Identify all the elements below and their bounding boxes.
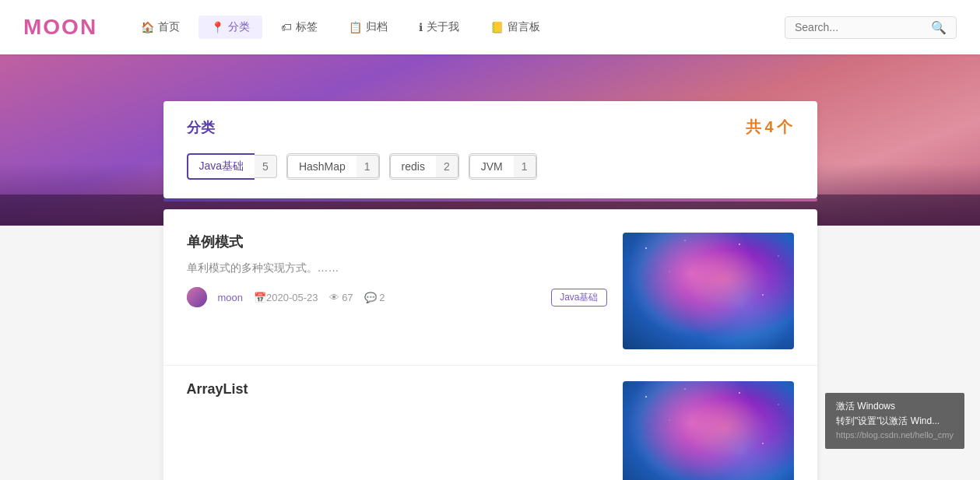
count-number: 4: [764, 118, 773, 135]
nav-items: 🏠首页📍分类🏷标签📋归档ℹ关于我📒留言板: [128, 16, 785, 39]
search-bar[interactable]: 🔍: [785, 16, 957, 39]
cat-tag-java[interactable]: Java基础5: [187, 153, 277, 180]
tag-count-jvm: 1: [514, 155, 536, 178]
archive-nav-label: 归档: [366, 20, 388, 34]
post-thumbnail-image: [623, 381, 794, 480]
post-item: 单例模式 单利模式的多种实现方式。…… moon 📅2020-05-23 👁 6…: [163, 217, 817, 366]
post-title[interactable]: 单例模式: [187, 233, 607, 251]
category-count: 共4个: [744, 117, 793, 138]
category-card: 分类 共4个 Java基础5HashMap1redis2JVM1: [163, 101, 817, 198]
nav-item-home[interactable]: 🏠首页: [128, 16, 192, 39]
post-thumbnail: [623, 233, 794, 349]
post-tag-badge[interactable]: Java基础: [551, 289, 606, 307]
post-thumbnail: [623, 381, 794, 480]
post-content: 单例模式 单利模式的多种实现方式。…… moon 📅2020-05-23 👁 6…: [187, 233, 607, 307]
search-input[interactable]: [795, 21, 931, 33]
posts-card: 单例模式 单利模式的多种实现方式。…… moon 📅2020-05-23 👁 6…: [163, 209, 817, 480]
post-title[interactable]: ArrayList: [187, 381, 607, 398]
search-icon[interactable]: 🔍: [931, 20, 947, 35]
win-line1: 激活 Windows: [836, 399, 954, 414]
post-avatar: [187, 287, 207, 307]
guestbook-nav-icon: 📒: [490, 21, 504, 33]
home-nav-label: 首页: [158, 20, 180, 34]
brand-logo: MOON: [23, 15, 97, 40]
category-header: 分类 共4个: [187, 117, 794, 138]
cat-tag-jvm[interactable]: JVM1: [469, 153, 537, 180]
count-label-post: 个: [777, 118, 792, 135]
about-nav-label: 关于我: [427, 20, 459, 34]
archive-nav-icon: 📋: [349, 21, 362, 33]
cat-tag-redis[interactable]: redis2: [389, 153, 459, 180]
post-date: 📅2020-05-23: [254, 292, 318, 303]
tag-name-redis: redis: [390, 155, 436, 178]
nav-item-category[interactable]: 📍分类: [198, 16, 262, 39]
post-content: ArrayList: [187, 381, 607, 405]
nav-item-archive[interactable]: 📋归档: [336, 16, 400, 39]
category-nav-label: 分类: [228, 20, 250, 34]
category-title: 分类: [187, 118, 215, 137]
card-divider: [163, 198, 817, 201]
guestbook-nav-label: 留言板: [508, 20, 540, 34]
tag-name-java: Java基础: [187, 153, 255, 180]
tag-count-redis: 2: [436, 155, 458, 178]
win-line3: https://blog.csdn.net/hello_cmy: [836, 429, 954, 443]
tag-count-java: 5: [255, 155, 277, 178]
nav-item-about[interactable]: ℹ关于我: [406, 16, 472, 39]
tag-name-hashmap: HashMap: [287, 155, 357, 178]
post-excerpt: 单利模式的多种实现方式。……: [187, 259, 607, 276]
post-views: 👁 67: [329, 292, 353, 303]
post-comments: 💬 2: [364, 292, 385, 303]
windows-activation-notice: 激活 Windows 转到"设置"以激活 Wind... https://blo…: [825, 393, 964, 449]
navbar: MOON 🏠首页📍分类🏷标签📋归档ℹ关于我📒留言板 🔍: [0, 0, 980, 54]
cat-tag-hashmap[interactable]: HashMap1: [286, 153, 380, 180]
tag-count-hashmap: 1: [357, 155, 379, 178]
count-label-pre: 共: [746, 118, 761, 135]
tags-nav-icon: 🏷: [281, 21, 292, 33]
post-item: ArrayList: [163, 366, 817, 480]
category-nav-icon: 📍: [211, 21, 224, 33]
win-line2: 转到"设置"以激活 Wind...: [836, 414, 954, 429]
tags-nav-label: 标签: [296, 20, 318, 34]
post-meta: moon 📅2020-05-23 👁 67 💬 2 Java基础: [187, 287, 607, 307]
post-thumbnail-image: [623, 233, 794, 349]
category-tags: Java基础5HashMap1redis2JVM1: [187, 153, 794, 180]
tag-name-jvm: JVM: [469, 155, 514, 178]
about-nav-icon: ℹ: [419, 21, 423, 33]
post-author: moon: [218, 292, 244, 303]
nav-item-tags[interactable]: 🏷标签: [269, 16, 330, 39]
home-nav-icon: 🏠: [141, 21, 154, 33]
nav-item-guestbook[interactable]: 📒留言板: [478, 16, 553, 39]
